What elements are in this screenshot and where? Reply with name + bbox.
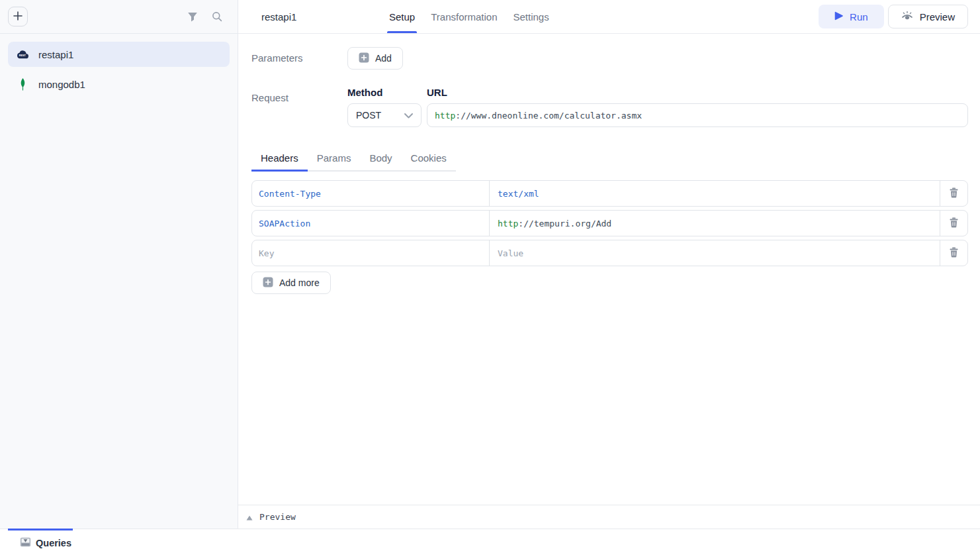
active-tab-indicator <box>8 529 73 531</box>
url-label: URL <box>427 87 968 98</box>
tab-headers[interactable]: Headers <box>251 152 308 172</box>
request-row: Request Method POST URL http: <box>251 87 968 127</box>
header-value-rest: ://tempuri.org/Add <box>518 219 611 228</box>
delete-row-button[interactable] <box>940 181 967 206</box>
queries-tab-label[interactable]: Queries <box>36 538 71 548</box>
sidebar: REST restapi1 mongodb1 <box>0 0 238 529</box>
tab-body[interactable]: Body <box>360 152 401 172</box>
sidebar-toolbar <box>0 0 238 34</box>
header-key-text: Content-Type <box>259 189 321 199</box>
app-window: REST restapi1 mongodb1 <box>0 0 980 557</box>
url-rest: ://www.dneonline.com/calculator.asmx <box>455 111 642 121</box>
header-key-input[interactable]: SOAPAction <box>252 211 490 236</box>
main-topbar: restapi1 Setup Transformation Settings R… <box>238 0 980 34</box>
trash-icon <box>949 217 959 230</box>
eye-icon <box>901 11 913 23</box>
bottom-bar: Queries <box>0 529 980 557</box>
filter-icon[interactable] <box>187 12 198 22</box>
search-icon[interactable] <box>212 11 222 22</box>
main-panel: restapi1 Setup Transformation Settings R… <box>238 0 980 529</box>
header-value-input[interactable]: text/xml <box>490 181 940 206</box>
run-button-label: Run <box>850 11 868 23</box>
header-key-field[interactable] <box>259 248 482 258</box>
sidebar-item-label: mongodb1 <box>38 79 85 90</box>
chevron-down-icon <box>404 110 413 121</box>
query-list: REST restapi1 mongodb1 <box>0 34 238 109</box>
trash-icon <box>949 247 959 260</box>
play-icon <box>834 11 843 23</box>
add-query-button[interactable] <box>8 7 28 26</box>
plus-square-icon <box>263 277 273 289</box>
sidebar-item-mongodb1[interactable]: mongodb1 <box>8 72 230 97</box>
trash-icon <box>949 187 959 200</box>
sidebar-item-restapi1[interactable]: REST restapi1 <box>8 42 230 67</box>
add-more-label: Add more <box>279 278 320 288</box>
method-value: POST <box>356 110 381 121</box>
tab-transformation[interactable]: Transformation <box>429 0 499 33</box>
header-row: Content-Type text/xml <box>251 180 968 207</box>
run-button[interactable]: Run <box>819 5 884 28</box>
header-row <box>251 240 968 266</box>
tab-setup[interactable]: Setup <box>387 0 417 33</box>
queries-icon <box>20 536 31 550</box>
header-key-input[interactable] <box>252 240 490 266</box>
delete-row-button[interactable] <box>940 240 967 266</box>
tab-settings[interactable]: Settings <box>512 0 551 33</box>
url-input[interactable]: http://www.dneonline.com/calculator.asmx <box>427 103 968 127</box>
url-scheme: http <box>435 111 455 121</box>
collapse-up-icon <box>246 511 253 523</box>
header-value-input[interactable] <box>490 240 940 266</box>
request-label: Request <box>251 87 347 127</box>
sidebar-item-label: restapi1 <box>38 49 73 60</box>
preview-panel-label: Preview <box>259 512 296 522</box>
method-select[interactable]: POST <box>347 103 422 127</box>
mongodb-leaf-icon <box>16 78 29 91</box>
request-subtabs: Headers Params Body Cookies <box>251 152 456 172</box>
rest-cloud-icon: REST <box>16 50 29 60</box>
svg-text:REST: REST <box>19 54 26 57</box>
main-tabs: Setup Transformation Settings <box>387 0 563 33</box>
header-key-input[interactable]: Content-Type <box>252 181 490 206</box>
header-value-scheme: http <box>498 219 518 228</box>
add-parameter-label: Add <box>375 53 392 64</box>
header-value-text: text/xml <box>498 189 539 199</box>
query-title: restapi1 <box>261 11 387 23</box>
plus-square-icon <box>359 52 369 65</box>
preview-panel-toggle[interactable]: Preview <box>238 505 980 529</box>
tab-params[interactable]: Params <box>308 152 361 172</box>
plus-icon <box>13 11 22 23</box>
method-label: Method <box>347 87 422 98</box>
preview-button[interactable]: Preview <box>888 5 968 28</box>
setup-content: Parameters Add Request Method POST <box>238 34 980 505</box>
parameters-row: Parameters Add <box>251 47 968 70</box>
header-row: SOAPAction http://tempuri.org/Add <box>251 210 968 236</box>
header-value-input[interactable]: http://tempuri.org/Add <box>490 211 940 236</box>
tab-cookies[interactable]: Cookies <box>402 152 456 172</box>
preview-button-label: Preview <box>920 11 955 23</box>
parameters-label: Parameters <box>251 47 347 70</box>
delete-row-button[interactable] <box>940 211 967 236</box>
header-key-text: SOAPAction <box>259 219 310 228</box>
headers-table: Content-Type text/xml SOA <box>251 180 968 266</box>
header-value-field[interactable] <box>498 248 932 258</box>
add-parameter-button[interactable]: Add <box>347 47 403 70</box>
add-more-button[interactable]: Add more <box>251 272 331 294</box>
